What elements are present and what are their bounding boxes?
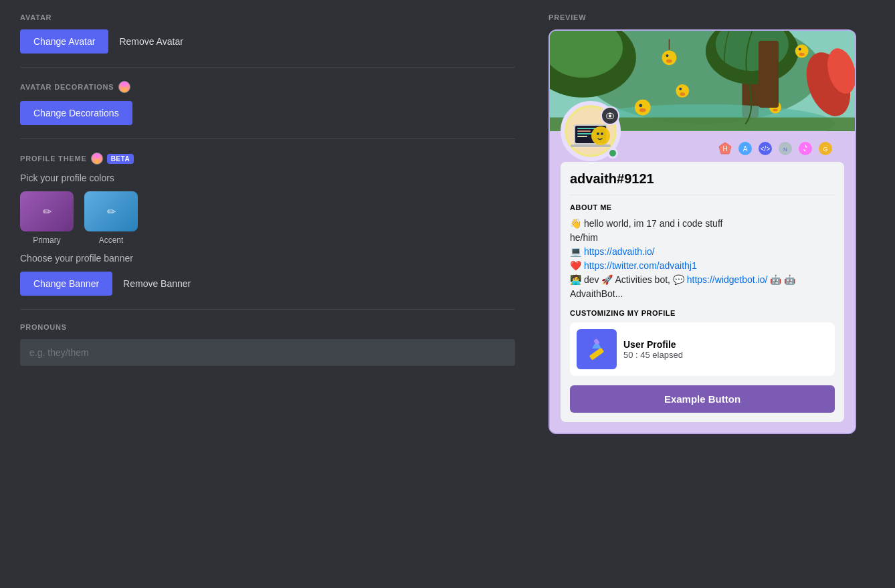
avatar-edit-button[interactable] xyxy=(601,106,619,125)
avatar-decorations-label: AVATAR DECORATIONS xyxy=(20,81,515,93)
badges-row: H A </> xyxy=(706,131,844,162)
change-decorations-button[interactable]: Change Decorations xyxy=(20,101,132,125)
svg-point-26 xyxy=(773,109,778,112)
early-supporter-badge-icon: A xyxy=(738,141,753,156)
primary-color-label: Primary xyxy=(33,235,60,245)
primary-color-swatch[interactable]: ✏ xyxy=(20,191,74,231)
about-me-text: 👋 hello world, im 17 and i code stuff he… xyxy=(570,217,835,301)
accent-color-swatch[interactable]: ✏ xyxy=(84,191,138,231)
badge-boost xyxy=(797,140,813,157)
guild-badge-icon: G xyxy=(818,141,833,156)
avatar-decorations-section: AVATAR DECORATIONS Change Decorations xyxy=(20,81,515,125)
activity-title: User Profile xyxy=(623,339,828,350)
svg-point-13 xyxy=(639,108,646,112)
svg-point-37 xyxy=(601,132,603,135)
about-line-1: 👋 hello world, im 17 and i code stuff xyxy=(570,217,835,231)
badge-nitro: N xyxy=(777,140,793,157)
nitro-icon-2 xyxy=(91,153,103,165)
pronouns-input[interactable] xyxy=(20,339,515,366)
svg-point-48 xyxy=(799,142,812,155)
svg-text:A: A xyxy=(743,145,748,153)
pronouns-section: PRONOUNS xyxy=(20,323,515,366)
avatar-badges-area: H A </> xyxy=(550,131,855,162)
svg-point-15 xyxy=(679,88,682,90)
profile-body: advaith#9121 ABOUT ME 👋 hello world, im … xyxy=(561,162,844,422)
divider-1 xyxy=(20,67,515,68)
change-banner-button[interactable]: Change Banner xyxy=(20,272,112,296)
svg-point-12 xyxy=(639,104,642,107)
activity-info: User Profile 50 : 45 elapsed xyxy=(623,339,828,360)
beta-badge: BETA xyxy=(107,154,134,164)
camera-icon xyxy=(606,112,614,120)
svg-point-22 xyxy=(799,47,801,50)
nitro-badge-icon: N xyxy=(778,141,793,156)
svg-text:</>: </> xyxy=(761,145,771,153)
left-panel: AVATAR Change Avatar Remove Avatar AVATA… xyxy=(0,0,535,588)
right-panel: PREVIEW xyxy=(535,0,883,588)
username: advaith#9121 xyxy=(570,171,835,195)
accent-color-container: ✏ Accent xyxy=(84,191,138,245)
activity-icon-svg xyxy=(580,332,613,366)
divider-3 xyxy=(20,309,515,310)
edit-icon-primary: ✏ xyxy=(43,205,52,218)
example-button[interactable]: Example Button xyxy=(570,385,835,413)
about-robot-emoji: 🤖 xyxy=(770,274,781,285)
banner-sublabel: Choose your profile banner xyxy=(20,253,515,264)
svg-text:G: G xyxy=(823,146,827,153)
badge-guild: G xyxy=(817,140,833,157)
profile-theme-section: PROFILE THEME BETA Pick your profile col… xyxy=(20,153,515,296)
badge-hypesquad: H xyxy=(717,140,733,157)
svg-point-39 xyxy=(609,115,611,118)
svg-point-23 xyxy=(799,53,805,56)
developer-badge-icon: </> xyxy=(758,141,773,156)
remove-banner-button[interactable]: Remove Banner xyxy=(120,272,193,296)
about-link-3[interactable]: https://widgetbot.io/ xyxy=(687,274,768,285)
avatar-section: AVATAR Change Avatar Remove Avatar xyxy=(20,13,515,54)
change-avatar-button[interactable]: Change Avatar xyxy=(20,29,108,54)
profile-colors-row: ✏ Primary ✏ Accent xyxy=(20,191,515,245)
svg-rect-34 xyxy=(571,144,611,147)
svg-point-35 xyxy=(591,126,610,145)
svg-point-36 xyxy=(597,132,599,135)
profile-body-wrapper: advaith#9121 ABOUT ME 👋 hello world, im … xyxy=(550,162,855,433)
badge-early-supporter: A xyxy=(737,140,753,157)
online-status-dot xyxy=(607,148,618,159)
badge-developer: </> xyxy=(757,140,773,157)
edit-icon-accent: ✏ xyxy=(107,205,116,218)
svg-point-16 xyxy=(680,92,685,96)
divider-2 xyxy=(20,138,515,139)
svg-rect-33 xyxy=(577,136,587,137)
svg-point-24 xyxy=(769,102,781,114)
svg-rect-31 xyxy=(577,130,591,132)
about-laptop-emoji: 💻 xyxy=(570,246,584,257)
about-line-3: 🧑‍💻 dev 🚀 Activities bot, 💬 https://widg… xyxy=(570,273,835,301)
pronouns-label: PRONOUNS xyxy=(20,323,515,331)
svg-point-11 xyxy=(635,100,651,116)
svg-point-52 xyxy=(580,332,613,366)
activity-icon xyxy=(577,329,617,369)
hypesquad-badge-icon: H xyxy=(718,141,732,156)
svg-point-17 xyxy=(662,50,677,65)
svg-text:N: N xyxy=(783,146,787,153)
svg-point-19 xyxy=(666,60,672,63)
primary-color-container: ✏ Primary xyxy=(20,191,74,245)
boost-badge-icon xyxy=(798,141,813,156)
accent-color-label: Accent xyxy=(99,235,124,245)
profile-theme-label: PROFILE THEME BETA xyxy=(20,153,515,165)
svg-text:H: H xyxy=(722,145,727,153)
profile-card: H A </> xyxy=(549,29,856,434)
avatar-wrapper xyxy=(561,101,621,161)
about-link-1[interactable]: https://advaith.io/ xyxy=(584,246,655,257)
preview-label: PREVIEW xyxy=(549,13,870,21)
svg-rect-30 xyxy=(577,128,597,129)
activity-time: 50 : 45 elapsed xyxy=(623,350,828,360)
nitro-icon xyxy=(118,81,130,93)
svg-point-18 xyxy=(666,54,668,57)
remove-avatar-button[interactable]: Remove Avatar xyxy=(116,29,185,54)
about-heart-emoji: ❤️ xyxy=(570,260,584,271)
about-link-2[interactable]: https://twitter.com/advaithj1 xyxy=(584,260,697,271)
avatar-section-label: AVATAR xyxy=(20,13,515,21)
activity-card: User Profile 50 : 45 elapsed xyxy=(570,322,835,376)
about-line-2: he/him xyxy=(570,231,835,245)
customizing-label: CUSTOMIZING MY PROFILE xyxy=(570,309,835,317)
